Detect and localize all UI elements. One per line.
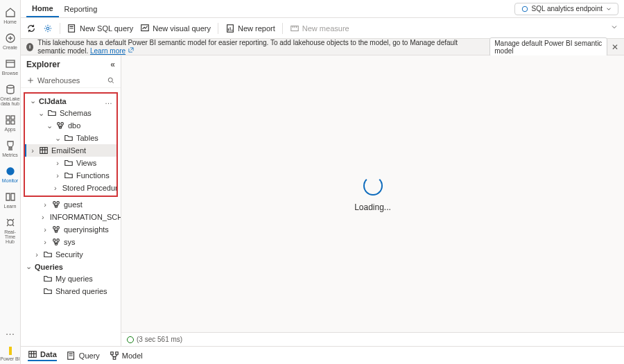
new-report-button[interactable]: New report [225, 24, 275, 33]
folder-icon [64, 133, 73, 143]
folder-icon [43, 274, 53, 284]
svg-rect-35 [116, 352, 119, 354]
manage-semantic-model-button[interactable]: Manage default Power BI semantic model [489, 37, 607, 57]
browse-icon [5, 58, 16, 69]
schema-icon [51, 225, 61, 234]
chevron-right-icon: › [54, 171, 61, 180]
chevron-down-icon: ⌄ [54, 134, 61, 143]
tree-node-dbo[interactable]: ⌄ dbo [25, 119, 116, 132]
tree-node-my-queries[interactable]: My queries [21, 272, 121, 285]
report-icon [225, 24, 235, 33]
table-icon [28, 349, 37, 359]
tree-node-views[interactable]: › Views [25, 157, 116, 169]
svg-point-8 [8, 220, 13, 225]
new-visual-query-button[interactable]: New visual query [140, 24, 211, 33]
realtime-icon [5, 217, 16, 228]
chevron-right-icon: › [42, 238, 49, 246]
svg-point-20 [53, 202, 56, 205]
measure-icon [290, 24, 300, 33]
svg-rect-1 [6, 60, 15, 67]
explorer-tree: ⌄ CIJdata … ⌄ Schemas ⌄ dbo [21, 88, 121, 346]
chevron-right-icon: › [29, 146, 36, 155]
schema-icon [51, 237, 61, 247]
external-link-icon [128, 46, 135, 53]
chevron-right-icon: › [54, 159, 61, 167]
chevron-down-icon [610, 23, 618, 31]
nav-home[interactable]: Home [0, 4, 20, 27]
folder-icon [47, 108, 57, 118]
home-icon [5, 7, 16, 18]
endpoint-dropdown[interactable]: SQL analytics endpoint [514, 3, 618, 15]
svg-point-16 [58, 123, 60, 125]
database-icon [5, 84, 16, 95]
new-sql-query-button[interactable]: New SQL query [67, 24, 133, 33]
nav-monitor[interactable]: Monitor [0, 163, 20, 186]
search-icon[interactable] [107, 76, 115, 85]
collapse-explorer-button[interactable]: « [110, 60, 115, 69]
nav-learn[interactable]: Learn [0, 189, 20, 211]
chevron-down-icon: ⌄ [46, 121, 53, 130]
loading-text: Loading... [354, 202, 391, 212]
nav-powerbi[interactable]: Power BI [0, 344, 20, 364]
tree-node-sprocs[interactable]: › Stored Procedur... [25, 182, 116, 194]
tree-node-tables[interactable]: ⌄ Tables [25, 132, 116, 144]
chevron-right-icon: › [54, 184, 57, 192]
tab-home[interactable]: Home [26, 0, 59, 17]
svg-point-2 [7, 85, 14, 88]
tab-reporting[interactable]: Reporting [59, 0, 103, 17]
svg-point-17 [61, 123, 64, 125]
nav-create[interactable]: Create [0, 30, 20, 53]
chevron-right-icon: › [33, 250, 40, 259]
nav-realtime[interactable]: Real-Time Hub [0, 214, 20, 247]
bottom-tab-data[interactable]: Data [28, 349, 57, 361]
tree-node-sys[interactable]: › sys [21, 236, 121, 248]
nav-metrics[interactable]: Metrics [0, 137, 20, 160]
left-nav-rail: Home Create Browse OneLake data hub Apps… [0, 0, 21, 364]
workspace: Explorer « Warehouses ⌄ CIJdata … [21, 55, 624, 346]
svg-point-27 [57, 227, 60, 229]
tree-node-security[interactable]: › Security [21, 248, 121, 261]
svg-rect-6 [11, 121, 15, 124]
canvas-body: Loading... [121, 55, 624, 332]
tree-node-root[interactable]: ⌄ CIJdata … [25, 95, 116, 107]
info-close-button[interactable]: ✕ [612, 42, 618, 52]
nav-apps[interactable]: Apps [0, 112, 20, 135]
explorer-panel: Explorer « Warehouses ⌄ CIJdata … [21, 55, 121, 346]
more-icon[interactable]: … [105, 97, 112, 105]
tree-node-infoschema[interactable]: › INFORMATION_SCHE... [21, 211, 121, 223]
tree-node-shared-queries[interactable]: Shared queries [21, 285, 121, 297]
nav-browse[interactable]: Browse [0, 55, 20, 78]
sql-query-icon [67, 24, 77, 33]
bottom-tab-model[interactable]: Model [110, 351, 143, 361]
main-area: Home Reporting SQL analytics endpoint Ne… [21, 0, 624, 364]
svg-rect-3 [6, 116, 10, 119]
apps-icon [5, 114, 16, 125]
tree-node-queryinsights[interactable]: › queryinsights [21, 223, 121, 236]
tree-node-emailsent[interactable]: › EmailSent [25, 144, 116, 157]
toolbar-more[interactable] [610, 23, 618, 33]
info-icon: i [26, 43, 33, 51]
trophy-icon [5, 140, 16, 151]
explorer-warehouses-row[interactable]: Warehouses [21, 73, 121, 88]
info-text: This lakehouse has a default Power BI se… [37, 39, 485, 55]
folder-icon [43, 250, 53, 259]
settings-button[interactable] [43, 24, 53, 33]
svg-rect-5 [6, 121, 10, 124]
nav-more[interactable]: … [6, 322, 15, 341]
nav-onelake[interactable]: OneLake data hub [0, 81, 20, 109]
learn-more-link[interactable]: Learn more [90, 47, 125, 55]
svg-rect-19 [40, 148, 48, 154]
schema-icon [51, 200, 61, 209]
bottom-tab-query[interactable]: Query [67, 351, 100, 361]
svg-point-9 [522, 6, 528, 12]
refresh-button[interactable] [26, 24, 36, 33]
monitor-icon [5, 166, 16, 177]
tree-node-functions[interactable]: › Functions [25, 169, 116, 182]
powerbi-icon [9, 347, 12, 355]
gear-icon [43, 24, 53, 33]
tree-node-queries[interactable]: ⌄ Queries [21, 261, 121, 272]
tree-node-guest[interactable]: › guest [21, 198, 121, 211]
book-icon [5, 191, 16, 202]
status-bar: (3 sec 561 ms) [121, 332, 624, 346]
tree-node-schemas[interactable]: ⌄ Schemas [25, 107, 116, 119]
